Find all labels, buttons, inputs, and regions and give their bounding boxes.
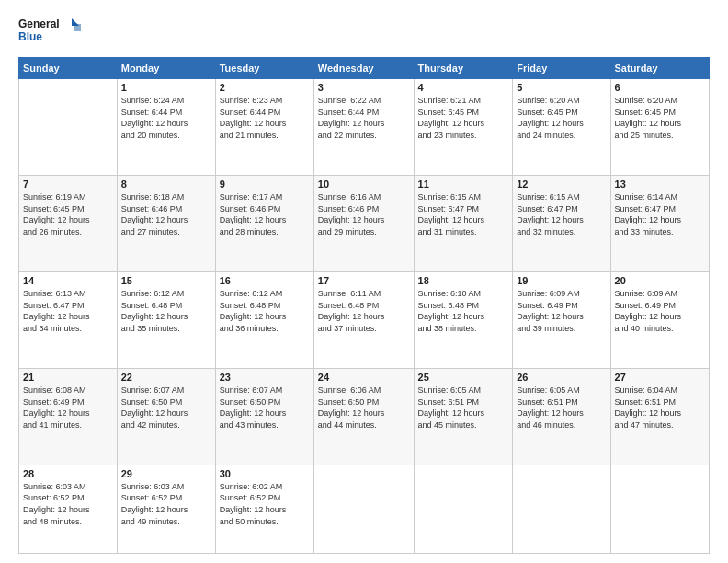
day-number: 20 — [615, 275, 705, 286]
calendar-cell: 5Sunrise: 6:20 AM Sunset: 6:45 PM Daylig… — [513, 79, 610, 176]
calendar-cell: 1Sunrise: 6:24 AM Sunset: 6:44 PM Daylig… — [117, 79, 215, 176]
calendar-cell: 12Sunrise: 6:15 AM Sunset: 6:47 PM Dayli… — [513, 175, 610, 271]
calendar-cell: 2Sunrise: 6:23 AM Sunset: 6:44 PM Daylig… — [215, 79, 313, 176]
page: General Blue Sunday Monday Tuesday Wedne… — [0, 0, 728, 563]
calendar-cell: 3Sunrise: 6:22 AM Sunset: 6:44 PM Daylig… — [313, 79, 414, 176]
day-number: 13 — [615, 178, 705, 190]
calendar-week-3: 14Sunrise: 6:13 AM Sunset: 6:47 PM Dayli… — [19, 271, 710, 368]
day-number: 17 — [318, 275, 410, 286]
calendar-cell: 6Sunrise: 6:20 AM Sunset: 6:45 PM Daylig… — [610, 79, 709, 176]
svg-marker-3 — [74, 24, 81, 31]
day-number: 9 — [220, 178, 310, 190]
day-number: 8 — [121, 178, 211, 190]
day-detail: Sunrise: 6:12 AM Sunset: 6:48 PM Dayligh… — [121, 288, 211, 334]
day-detail: Sunrise: 6:09 AM Sunset: 6:49 PM Dayligh… — [615, 288, 705, 334]
day-number: 30 — [220, 468, 310, 479]
logo-svg: General Blue — [18, 15, 83, 48]
calendar-week-1: 1Sunrise: 6:24 AM Sunset: 6:44 PM Daylig… — [19, 79, 710, 176]
day-number: 2 — [220, 82, 310, 93]
calendar-cell: 22Sunrise: 6:07 AM Sunset: 6:50 PM Dayli… — [117, 368, 215, 465]
logo: General Blue — [18, 15, 83, 48]
day-number: 25 — [418, 372, 509, 383]
day-number: 19 — [517, 275, 606, 286]
day-detail: Sunrise: 6:23 AM Sunset: 6:44 PM Dayligh… — [220, 95, 310, 141]
calendar-week-4: 21Sunrise: 6:08 AM Sunset: 6:49 PM Dayli… — [19, 368, 710, 465]
day-detail: Sunrise: 6:02 AM Sunset: 6:52 PM Dayligh… — [220, 481, 310, 527]
day-detail: Sunrise: 6:18 AM Sunset: 6:46 PM Dayligh… — [121, 191, 211, 237]
day-detail: Sunrise: 6:20 AM Sunset: 6:45 PM Dayligh… — [615, 95, 705, 141]
day-detail: Sunrise: 6:03 AM Sunset: 6:52 PM Dayligh… — [23, 481, 113, 527]
calendar-cell: 15Sunrise: 6:12 AM Sunset: 6:48 PM Dayli… — [117, 271, 215, 368]
calendar-cell — [513, 465, 610, 553]
calendar-cell: 20Sunrise: 6:09 AM Sunset: 6:49 PM Dayli… — [610, 271, 709, 368]
day-number: 23 — [220, 372, 310, 383]
calendar-cell: 13Sunrise: 6:14 AM Sunset: 6:47 PM Dayli… — [610, 175, 709, 271]
day-detail: Sunrise: 6:12 AM Sunset: 6:48 PM Dayligh… — [220, 288, 310, 334]
day-detail: Sunrise: 6:24 AM Sunset: 6:44 PM Dayligh… — [121, 95, 211, 141]
day-detail: Sunrise: 6:22 AM Sunset: 6:44 PM Dayligh… — [318, 95, 410, 141]
day-detail: Sunrise: 6:11 AM Sunset: 6:48 PM Dayligh… — [318, 288, 410, 334]
day-number: 3 — [318, 82, 410, 93]
calendar-cell: 10Sunrise: 6:16 AM Sunset: 6:46 PM Dayli… — [313, 175, 414, 271]
day-number: 24 — [318, 372, 410, 383]
col-thursday: Thursday — [414, 58, 513, 79]
day-number: 29 — [121, 468, 211, 479]
calendar-cell: 30Sunrise: 6:02 AM Sunset: 6:52 PM Dayli… — [215, 465, 313, 553]
svg-text:Blue: Blue — [18, 30, 42, 43]
day-detail: Sunrise: 6:06 AM Sunset: 6:50 PM Dayligh… — [318, 385, 410, 431]
day-detail: Sunrise: 6:19 AM Sunset: 6:45 PM Dayligh… — [23, 191, 113, 237]
day-number: 21 — [23, 372, 113, 383]
calendar-table: Sunday Monday Tuesday Wednesday Thursday… — [18, 57, 710, 554]
day-detail: Sunrise: 6:05 AM Sunset: 6:51 PM Dayligh… — [517, 385, 606, 431]
day-detail: Sunrise: 6:17 AM Sunset: 6:46 PM Dayligh… — [220, 191, 310, 237]
day-detail: Sunrise: 6:05 AM Sunset: 6:51 PM Dayligh… — [418, 385, 509, 431]
day-number: 26 — [517, 372, 606, 383]
calendar-cell: 28Sunrise: 6:03 AM Sunset: 6:52 PM Dayli… — [19, 465, 118, 553]
col-wednesday: Wednesday — [313, 58, 414, 79]
day-detail: Sunrise: 6:07 AM Sunset: 6:50 PM Dayligh… — [121, 385, 211, 431]
calendar-cell: 25Sunrise: 6:05 AM Sunset: 6:51 PM Dayli… — [414, 368, 513, 465]
calendar-cell — [313, 465, 414, 553]
day-detail: Sunrise: 6:08 AM Sunset: 6:49 PM Dayligh… — [23, 385, 113, 431]
calendar-cell: 27Sunrise: 6:04 AM Sunset: 6:51 PM Dayli… — [610, 368, 709, 465]
day-number: 1 — [121, 82, 211, 93]
header: General Blue — [18, 15, 710, 48]
day-detail: Sunrise: 6:15 AM Sunset: 6:47 PM Dayligh… — [517, 191, 606, 237]
calendar-cell: 24Sunrise: 6:06 AM Sunset: 6:50 PM Dayli… — [313, 368, 414, 465]
col-sunday: Sunday — [19, 58, 118, 79]
calendar-cell — [610, 465, 709, 553]
calendar-cell — [19, 79, 118, 176]
day-detail: Sunrise: 6:15 AM Sunset: 6:47 PM Dayligh… — [418, 191, 509, 237]
day-detail: Sunrise: 6:16 AM Sunset: 6:46 PM Dayligh… — [318, 191, 410, 237]
calendar-week-2: 7Sunrise: 6:19 AM Sunset: 6:45 PM Daylig… — [19, 175, 710, 271]
day-number: 7 — [23, 178, 113, 190]
calendar-cell: 19Sunrise: 6:09 AM Sunset: 6:49 PM Dayli… — [513, 271, 610, 368]
day-number: 12 — [517, 178, 606, 190]
calendar-cell: 21Sunrise: 6:08 AM Sunset: 6:49 PM Dayli… — [19, 368, 118, 465]
day-detail: Sunrise: 6:04 AM Sunset: 6:51 PM Dayligh… — [615, 385, 705, 431]
day-number: 22 — [121, 372, 211, 383]
calendar-cell: 11Sunrise: 6:15 AM Sunset: 6:47 PM Dayli… — [414, 175, 513, 271]
day-number: 4 — [418, 82, 509, 93]
calendar-cell: 29Sunrise: 6:03 AM Sunset: 6:52 PM Dayli… — [117, 465, 215, 553]
calendar-cell: 14Sunrise: 6:13 AM Sunset: 6:47 PM Dayli… — [19, 271, 118, 368]
calendar-cell: 9Sunrise: 6:17 AM Sunset: 6:46 PM Daylig… — [215, 175, 313, 271]
day-number: 5 — [517, 82, 606, 93]
day-number: 27 — [615, 372, 705, 383]
col-monday: Monday — [117, 58, 215, 79]
calendar-week-5: 28Sunrise: 6:03 AM Sunset: 6:52 PM Dayli… — [19, 465, 710, 553]
day-number: 10 — [318, 178, 410, 190]
day-number: 15 — [121, 275, 211, 286]
day-number: 14 — [23, 275, 113, 286]
day-detail: Sunrise: 6:13 AM Sunset: 6:47 PM Dayligh… — [23, 288, 113, 334]
calendar-cell: 7Sunrise: 6:19 AM Sunset: 6:45 PM Daylig… — [19, 175, 118, 271]
day-detail: Sunrise: 6:03 AM Sunset: 6:52 PM Dayligh… — [121, 481, 211, 527]
calendar-cell: 4Sunrise: 6:21 AM Sunset: 6:45 PM Daylig… — [414, 79, 513, 176]
svg-text:General: General — [18, 17, 60, 30]
calendar-header-row: Sunday Monday Tuesday Wednesday Thursday… — [19, 58, 710, 79]
day-number: 18 — [418, 275, 509, 286]
day-number: 16 — [220, 275, 310, 286]
calendar-cell: 16Sunrise: 6:12 AM Sunset: 6:48 PM Dayli… — [215, 271, 313, 368]
day-number: 28 — [23, 468, 113, 479]
col-tuesday: Tuesday — [215, 58, 313, 79]
